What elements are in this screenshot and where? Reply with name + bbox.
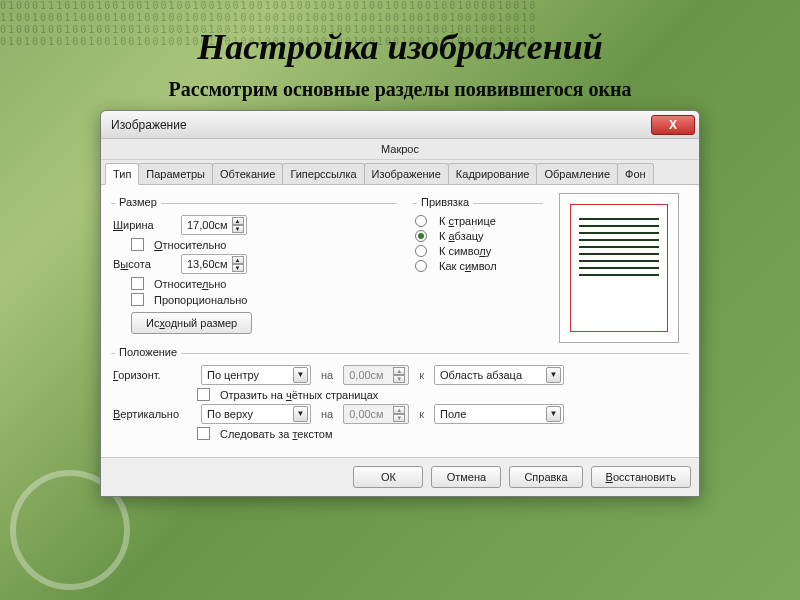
tab-borders[interactable]: Обрамление bbox=[536, 163, 618, 184]
tab-image[interactable]: Изображение bbox=[364, 163, 449, 184]
spin-buttons[interactable]: ▲▼ bbox=[232, 217, 244, 233]
anchor-page-label: К странице bbox=[439, 215, 496, 227]
anchor-char-label: К символу bbox=[439, 245, 491, 257]
size-legend: Размер bbox=[115, 196, 161, 208]
horiz-combo[interactable]: По центру▼ bbox=[201, 365, 311, 385]
position-group: Положение Горизонт. По центру▼ на 0,00см… bbox=[111, 353, 689, 447]
anchor-paragraph-label: К абзацу bbox=[439, 230, 484, 242]
chevron-down-icon: ▼ bbox=[546, 367, 561, 383]
anchor-aschar-label: Как символ bbox=[439, 260, 497, 272]
close-button[interactable]: X bbox=[651, 115, 695, 135]
rel-width-label: Относительно bbox=[154, 239, 226, 251]
mirror-label: Отразить на чётных страницах bbox=[220, 389, 378, 401]
anchor-page-radio[interactable] bbox=[415, 215, 427, 227]
tab-background[interactable]: Фон bbox=[617, 163, 654, 184]
image-dialog: Изображение X Макрос Тип Параметры Обтек… bbox=[100, 110, 700, 497]
keep-ratio-label: Пропорционально bbox=[154, 294, 247, 306]
spin-down-icon: ▼ bbox=[393, 375, 405, 383]
spin-up-icon: ▲ bbox=[393, 367, 405, 375]
reset-button[interactable]: Восстановить bbox=[591, 466, 691, 488]
dialog-buttons: ОК Отмена Справка Восстановить bbox=[101, 457, 699, 496]
na-label-2: на bbox=[321, 408, 333, 420]
k-label-2: к bbox=[419, 408, 424, 420]
tab-type[interactable]: Тип bbox=[105, 163, 139, 185]
slide-subtitle: Рассмотрим основные разделы появившегося… bbox=[0, 78, 800, 101]
tab-strip: Тип Параметры Обтекание Гиперссылка Изоб… bbox=[101, 160, 699, 185]
spin-buttons[interactable]: ▲▼ bbox=[232, 256, 244, 272]
position-legend: Положение bbox=[115, 346, 181, 358]
chevron-down-icon: ▼ bbox=[546, 406, 561, 422]
original-size-button[interactable]: Исходный размер bbox=[131, 312, 252, 334]
spin-down-icon: ▼ bbox=[393, 414, 405, 422]
slide-title: Настройка изображений bbox=[0, 26, 800, 68]
vert-ref-combo[interactable]: Поле▼ bbox=[434, 404, 564, 424]
vert-offset-spinner: 0,00см ▲▼ bbox=[343, 404, 409, 424]
dialog-title: Изображение bbox=[111, 118, 187, 132]
width-spinner[interactable]: 17,00см ▲▼ bbox=[181, 215, 247, 235]
anchor-char-radio[interactable] bbox=[415, 245, 427, 257]
rel-height-checkbox[interactable] bbox=[131, 277, 144, 290]
rel-width-checkbox[interactable] bbox=[131, 238, 144, 251]
spin-down-icon: ▼ bbox=[232, 264, 244, 272]
spin-down-icon: ▼ bbox=[232, 225, 244, 233]
tab-options[interactable]: Параметры bbox=[138, 163, 213, 184]
spin-up-icon: ▲ bbox=[232, 217, 244, 225]
tab-crop[interactable]: Кадрирование bbox=[448, 163, 538, 184]
anchor-group: Привязка К странице К абзацу К символу К… bbox=[413, 203, 543, 279]
anchor-paragraph-radio[interactable] bbox=[415, 230, 427, 242]
ok-button[interactable]: ОК bbox=[353, 466, 423, 488]
height-spinner[interactable]: 13,60см ▲▼ bbox=[181, 254, 247, 274]
k-label: к bbox=[419, 369, 424, 381]
rel-height-label: Относительно bbox=[154, 278, 226, 290]
chevron-down-icon: ▼ bbox=[293, 367, 308, 383]
horiz-label: Горизонт. bbox=[113, 369, 195, 381]
horiz-ref-combo[interactable]: Область абзаца▼ bbox=[434, 365, 564, 385]
chevron-down-icon: ▼ bbox=[293, 406, 308, 422]
preview-page bbox=[570, 204, 668, 332]
keep-ratio-checkbox[interactable] bbox=[131, 293, 144, 306]
tab-wrap[interactable]: Обтекание bbox=[212, 163, 283, 184]
spin-up-icon: ▲ bbox=[393, 406, 405, 414]
help-button[interactable]: Справка bbox=[509, 466, 582, 488]
height-label: Высота bbox=[113, 258, 175, 270]
macro-row: Макрос bbox=[101, 139, 699, 160]
width-value: 17,00см bbox=[187, 219, 228, 231]
follow-text-checkbox[interactable] bbox=[197, 427, 210, 440]
na-label: на bbox=[321, 369, 333, 381]
horiz-offset-spinner: 0,00см ▲▼ bbox=[343, 365, 409, 385]
tab-hyperlink[interactable]: Гиперссылка bbox=[282, 163, 364, 184]
vert-label: Вертикально bbox=[113, 408, 195, 420]
size-group: Размер Ширина 17,00см ▲▼ Относительно Вы… bbox=[111, 203, 397, 341]
cancel-button[interactable]: Отмена bbox=[431, 466, 501, 488]
mirror-checkbox[interactable] bbox=[197, 388, 210, 401]
height-value: 13,60см bbox=[187, 258, 228, 270]
anchor-legend: Привязка bbox=[417, 196, 473, 208]
vert-combo[interactable]: По верху▼ bbox=[201, 404, 311, 424]
spin-up-icon: ▲ bbox=[232, 256, 244, 264]
follow-text-label: Следовать за текстом bbox=[220, 428, 333, 440]
tab-pane: Размер Ширина 17,00см ▲▼ Относительно Вы… bbox=[101, 185, 699, 457]
width-label: Ширина bbox=[113, 219, 175, 231]
preview-pane bbox=[559, 193, 679, 343]
titlebar: Изображение X bbox=[101, 111, 699, 139]
anchor-aschar-radio[interactable] bbox=[415, 260, 427, 272]
